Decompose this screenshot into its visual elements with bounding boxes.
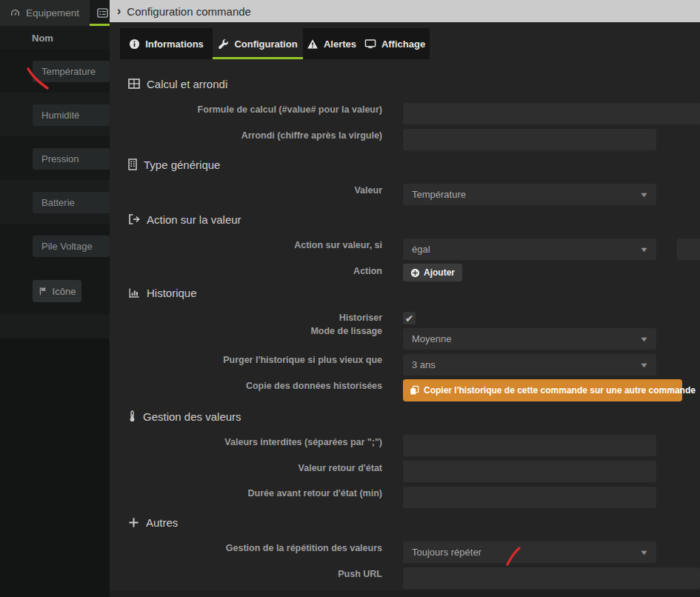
mode-de-lissage-value: Moyenne (412, 333, 451, 344)
ajouter-button-label: Ajouter (424, 267, 455, 278)
section-title: Action sur la valeur (147, 213, 241, 226)
dialog-footer (110, 590, 700, 597)
section-title: Historique (147, 287, 197, 299)
valeur-select[interactable]: Température ▼ (403, 184, 656, 205)
mode-de-lissage-label: Mode de lissage (139, 326, 382, 336)
valeur-label: Valeur (139, 185, 382, 196)
action-sur-valeur-si-label: Action sur valeur, si (139, 240, 382, 250)
command-name-input-pile-voltage[interactable] (33, 236, 110, 257)
column-header-nom: Nom (0, 26, 110, 49)
section-autres: Autres (128, 515, 178, 530)
bar-chart-icon (128, 287, 140, 298)
historiser-checkbox[interactable]: ✔ (403, 312, 416, 324)
valeur-select-value: Température (412, 189, 466, 200)
nav-tab-commandes[interactable] (90, 0, 110, 26)
section-type-generique: Type générique (128, 157, 220, 172)
gauge-icon (10, 7, 21, 19)
purger-historique-label: Purger l'historique si plus vieux que (139, 355, 382, 365)
dialog-titlebar[interactable]: › Configuration commande (110, 0, 700, 22)
chevron-down-icon: ▼ (639, 361, 649, 369)
tab-informations[interactable]: Informations (120, 28, 213, 59)
purger-historique-select[interactable]: 3 ans ▼ (403, 354, 656, 376)
tab-alertes-label: Alertes (324, 39, 356, 50)
chevron-down-icon: ▼ (639, 191, 649, 199)
tab-alertes[interactable]: Alertes (303, 28, 360, 59)
valeurs-interdites-label: Valeurs interdites (séparées par ";") (139, 437, 382, 447)
display-icon (364, 39, 376, 50)
tab-affichage-label: Affichage (381, 39, 425, 50)
formule-de-calcul-label: Formule de calcul (#value# pour la valeu… (139, 104, 382, 115)
purger-historique-value: 3 ans (412, 359, 436, 370)
section-historique: Historique (128, 285, 197, 300)
valeur-retour-etat-input[interactable] (403, 461, 656, 482)
chevron-down-icon: ▼ (639, 549, 649, 556)
duree-retour-etat-input[interactable] (403, 487, 656, 508)
nav-tab-equipement[interactable]: Equipement (0, 0, 90, 26)
flag-icon (39, 286, 48, 296)
command-name-input-batterie[interactable] (33, 192, 110, 213)
building-icon (128, 159, 137, 170)
icone-button-label: Icône (53, 286, 76, 297)
chevron-down-icon: ▼ (639, 246, 649, 253)
chevron-right-icon: › (117, 5, 121, 17)
sign-out-icon (128, 213, 140, 225)
command-name-input-pression[interactable] (33, 148, 110, 170)
copy-icon (410, 385, 419, 396)
section-title: Gestion des valeurs (143, 410, 241, 423)
gestion-repetition-select[interactable]: Toujours répéter ▼ (403, 541, 656, 563)
ajouter-button[interactable]: Ajouter (403, 264, 462, 281)
list-alt-icon (97, 7, 108, 19)
icone-button[interactable]: Icône (33, 280, 81, 302)
nav-tab-equipement-label: Equipement (26, 7, 79, 19)
section-gestion-des-valeurs: Gestion des valeurs (128, 409, 241, 424)
check-icon: ✔ (405, 313, 414, 324)
plus-icon (128, 517, 139, 528)
section-title: Type générique (144, 159, 220, 171)
copier-historique-button-label: Copier l'historique de cette commande su… (424, 385, 696, 396)
command-name-input-humidite[interactable] (33, 104, 110, 126)
warning-triangle-icon (307, 39, 319, 50)
dialog-title: Configuration commande (127, 5, 251, 18)
copier-historique-button[interactable]: Copier l'historique de cette commande su… (403, 379, 682, 401)
action-label: Action (139, 266, 382, 276)
arrondi-input[interactable] (403, 129, 656, 150)
info-circle-icon (129, 39, 140, 50)
action-sur-valeur-si-value: égal (412, 244, 430, 255)
tab-configuration-label: Configuration (234, 39, 297, 50)
wrench-icon (218, 39, 229, 50)
arrondi-label: Arrondi (chiffre après la virgule) (139, 130, 382, 141)
push-url-label: Push URL (139, 569, 382, 579)
red-scribble-annotation (24, 67, 51, 92)
plus-circle-icon (410, 268, 420, 278)
duree-retour-etat-label: Durée avant retour d'état (min) (139, 488, 382, 498)
valeur-retour-etat-label: Valeur retour d'état (139, 463, 382, 473)
gestion-repetition-value: Toujours répéter (412, 547, 481, 558)
configuration-commande-dialog: › Configuration commande Informations Co… (110, 0, 700, 597)
table-icon (128, 79, 140, 89)
chevron-down-icon: ▼ (639, 336, 649, 343)
red-scribble-annotation (504, 545, 526, 567)
copie-donnees-label: Copie des données historisées (139, 381, 382, 391)
action-value-input-partial[interactable] (677, 239, 700, 260)
push-url-input[interactable] (403, 567, 700, 589)
table-row (0, 314, 110, 338)
thermometer-icon (128, 410, 136, 422)
tab-informations-label: Informations (145, 39, 204, 50)
mode-de-lissage-select[interactable]: Moyenne ▼ (403, 328, 656, 350)
tab-affichage[interactable]: Affichage (360, 28, 430, 59)
formule-de-calcul-input[interactable] (403, 103, 700, 124)
section-title: Autres (146, 516, 178, 529)
section-calcul-et-arrondi: Calcul et arrondi (128, 76, 227, 91)
tab-configuration[interactable]: Configuration (213, 28, 303, 59)
historiser-label: Historiser (139, 313, 382, 323)
valeurs-interdites-input[interactable] (403, 435, 656, 456)
gestion-repetition-label: Gestion de la répétition des valeurs (139, 543, 382, 553)
action-sur-valeur-si-select[interactable]: égal ▼ (403, 239, 656, 260)
section-action-sur-la-valeur: Action sur la valeur (128, 212, 241, 227)
section-title: Calcul et arrondi (147, 78, 227, 90)
